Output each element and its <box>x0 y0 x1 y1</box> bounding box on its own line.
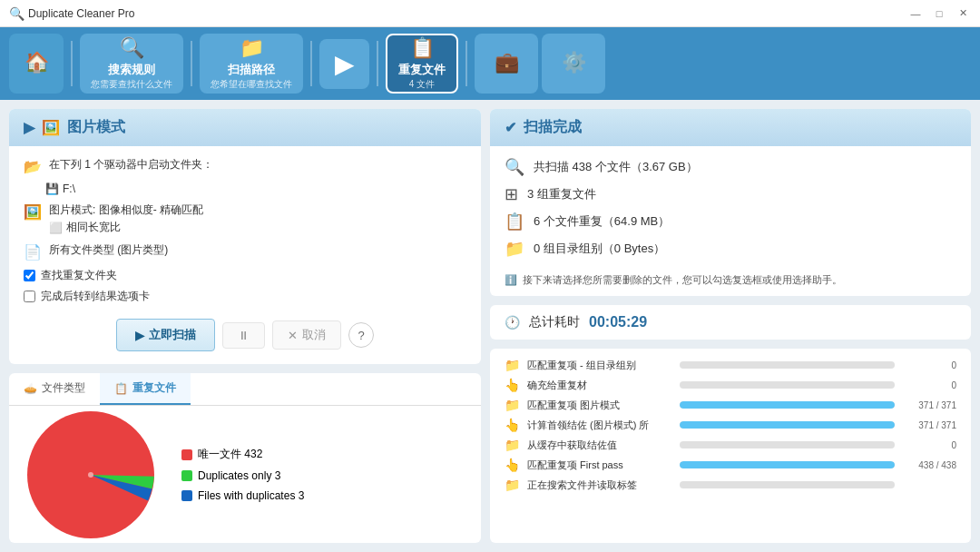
pie-tab-icon: 🥧 <box>24 382 37 395</box>
progress-icon-1: 👆 <box>505 378 520 392</box>
search-rules-button[interactable]: 🔍 搜索规则 您需要查找什么文件 <box>80 34 183 94</box>
progress-val-5: 438 / 438 <box>902 460 956 470</box>
progress-bar-bg-5 <box>680 461 895 468</box>
right-panel: ✔ 扫描完成 🔍 共扫描 438 个文件（3.67 GB） ⊞ 3 组重复文件 … <box>490 109 971 543</box>
maximize-button[interactable]: □ <box>931 5 947 22</box>
close-button[interactable]: ✕ <box>955 5 971 22</box>
progress-item-5: 👆匹配重复项 First pass438 / 438 <box>505 458 956 472</box>
play-icon: ▶ <box>335 49 355 79</box>
legend-label-dup: Duplicates only 3 <box>198 469 280 482</box>
drive-label-row: 📂 在下列 1 个驱动器中启动文件夹： <box>24 157 466 175</box>
tab-file-types[interactable]: 🥧 文件类型 <box>9 373 100 405</box>
pause-button[interactable]: ⏸ <box>222 322 265 349</box>
progress-val-0: 0 <box>902 360 956 370</box>
progress-val-4: 0 <box>902 440 956 450</box>
scan-complete-header: ✔ 扫描完成 <box>490 109 971 146</box>
toolbar-separator-3 <box>310 41 312 86</box>
progress-label-5: 匹配重复项 First pass <box>527 458 672 472</box>
chart-area: 唯一文件 432 Duplicates only 3 Files with du… <box>18 415 472 534</box>
duplicate-button[interactable]: 📋 重复文件 4 文件 <box>386 34 458 94</box>
stat-row-files: 📋 6 个文件重复（64.9 MB） <box>505 212 956 232</box>
scan-complete-card: ✔ 扫描完成 🔍 共扫描 438 个文件（3.67 GB） ⊞ 3 组重复文件 … <box>490 109 971 296</box>
gear-icon: ⚙️ <box>562 51 586 74</box>
cancel-button[interactable]: ✕ 取消 <box>272 320 341 350</box>
check-row-2[interactable]: 完成后转到结果选项卡 <box>24 289 466 304</box>
progress-bar-bg-0 <box>680 361 895 369</box>
progress-item-4: 📁从缓存中获取结佐值0 <box>505 438 956 452</box>
info-row: ℹ️ 接下来请选择您所需要删除的文件，您可以勾选复选框或使用选择助手。 <box>490 273 971 296</box>
legend-color-files-dup <box>181 490 192 501</box>
progress-label-6: 正在搜索文件并读取标签 <box>527 478 672 492</box>
assistant-icon: 💼 <box>495 51 519 74</box>
titlebar: 🔍 Duplicate Cleaner Pro — □ ✕ <box>0 0 980 27</box>
window-controls: — □ ✕ <box>907 5 971 22</box>
scan-button[interactable]: ▶ 立即扫描 <box>116 319 215 351</box>
progress-icon-5: 👆 <box>505 458 520 472</box>
play-button[interactable]: ▶ <box>319 39 369 89</box>
left-panel: ▶ 🖼️ 图片模式 📂 在下列 1 个驱动器中启动文件夹： 💾 F:\ 🖼️ 图… <box>9 109 481 543</box>
legend-item-duplicates-only: Duplicates only 3 <box>181 469 304 482</box>
help-button[interactable]: ? <box>348 322 374 348</box>
check-icon: ✔ <box>505 119 516 136</box>
search-stat-icon: 🔍 <box>505 157 524 177</box>
progress-item-0: 📁匹配重复项 - 组目录组别0 <box>505 358 956 372</box>
legend-item-unique: 唯一文件 432 <box>181 447 304 462</box>
progress-val-2: 371 / 371 <box>902 400 956 410</box>
pie-svg <box>18 406 163 543</box>
check-duplicates-folder[interactable] <box>24 270 35 281</box>
progress-label-4: 从缓存中获取结佐值 <box>527 439 672 452</box>
main-content: ▶ 🖼️ 图片模式 📂 在下列 1 个驱动器中启动文件夹： 💾 F:\ 🖼️ 图… <box>0 100 980 552</box>
progress-bar-fill-3 <box>680 421 895 429</box>
scan-settings-title: ▶ 🖼️ 图片模式 <box>9 109 481 146</box>
folder-icon: 📁 <box>240 36 264 60</box>
check-goto-results[interactable] <box>24 291 35 302</box>
dirs-stat-icon: 📁 <box>505 239 524 259</box>
folder-outline-icon: 📂 <box>24 158 42 175</box>
progress-item-2: 📁匹配重复项 图片模式371 / 371 <box>505 398 956 412</box>
progress-val-1: 0 <box>902 380 956 390</box>
toolbar: 🏠 🔍 搜索规则 您需要查找什么文件 📁 扫描路径 您希望在哪查找文件 ▶ 📋 … <box>0 27 980 100</box>
progress-icon-4: 📁 <box>505 438 520 452</box>
assistant-button[interactable]: 💼 <box>475 34 538 94</box>
progress-label-3: 计算首领结佐 (图片模式) 所 <box>527 419 672 432</box>
scan-path-button[interactable]: 📁 扫描路径 您希望在哪查找文件 <box>200 34 303 94</box>
progress-bar-fill-5 <box>680 461 895 468</box>
progress-item-6: 📁正在搜索文件并读取标签 <box>505 478 956 492</box>
scan-settings-card: ▶ 🖼️ 图片模式 📂 在下列 1 个驱动器中启动文件夹： 💾 F:\ 🖼️ 图… <box>9 109 481 364</box>
legend-label-unique: 唯一文件 432 <box>198 447 262 462</box>
progress-bar-bg-6 <box>680 481 895 488</box>
legend-label-files-dup: Files with duplicates 3 <box>198 489 304 502</box>
groups-stat-icon: ⊞ <box>505 184 518 204</box>
file-types-icon: 📄 <box>24 243 42 261</box>
progress-label-1: 确充给重复材 <box>527 379 672 392</box>
tab-duplicates[interactable]: 📋 重复文件 <box>100 373 191 405</box>
cancel-icon: ✕ <box>288 329 298 342</box>
tab-content-duplicates: 唯一文件 432 Duplicates only 3 Files with du… <box>9 406 481 543</box>
progress-item-3: 👆计算首领结佐 (图片模式) 所371 / 371 <box>505 418 956 432</box>
legend-color-unique <box>181 449 192 460</box>
copy-tab-icon: 📋 <box>114 382 128 395</box>
progress-bar-bg-4 <box>680 441 895 448</box>
toolbar-separator-4 <box>377 41 378 86</box>
minimize-button[interactable]: — <box>907 5 924 22</box>
settings-button[interactable]: ⚙️ <box>542 34 605 94</box>
progress-label-0: 匹配重复项 - 组目录组别 <box>527 359 672 372</box>
progress-icon-6: 📁 <box>505 478 520 492</box>
stat-row-total: 🔍 共扫描 438 个文件（3.67 GB） <box>505 157 956 177</box>
play-small-icon: ▶ <box>24 119 34 136</box>
pause-icon: ⏸ <box>238 329 250 342</box>
legend-color-dup <box>181 470 192 481</box>
home-button[interactable]: 🏠 <box>9 34 64 94</box>
stat-row-dirs: 📁 0 组目录组别（0 Bytes） <box>505 239 956 259</box>
info-icon: ℹ️ <box>505 274 517 286</box>
svg-point-1 <box>88 472 93 478</box>
progress-val-3: 371 / 371 <box>902 420 956 430</box>
progress-icon-0: 📁 <box>505 358 520 372</box>
check-row-1[interactable]: 查找重复文件夹 <box>24 268 466 283</box>
progress-bar-bg-1 <box>680 381 895 389</box>
progress-label-2: 匹配重复项 图片模式 <box>527 399 672 412</box>
tab-bar: 🥧 文件类型 📋 重复文件 <box>9 373 481 406</box>
duplicate-icon: 📋 <box>410 36 435 60</box>
toolbar-separator-1 <box>71 41 73 86</box>
pie-legend: 唯一文件 432 Duplicates only 3 Files with du… <box>181 447 304 502</box>
